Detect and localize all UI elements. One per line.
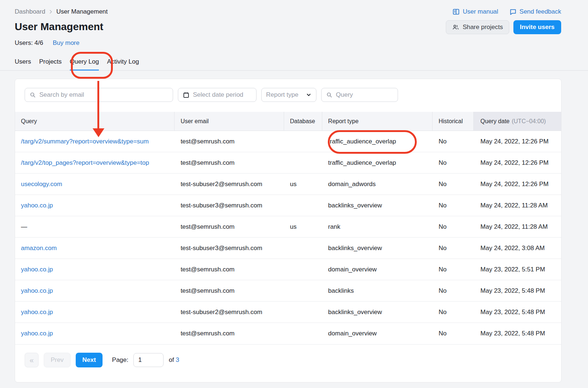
search-email-field[interactable] [39, 91, 168, 99]
users-count: Users: 4/6 [15, 39, 43, 47]
user-email-cell: test@semrush.com [180, 266, 234, 273]
report-type-cell: backlinks_overview [328, 245, 382, 252]
people-icon [452, 24, 459, 31]
cell-report-type-cell: backlinks_overview [322, 195, 433, 216]
query-date-cell: May 24, 2022, 3:08 AM [480, 245, 545, 252]
query-link[interactable]: yahoo.co.jp [21, 287, 53, 295]
cell-query-date-cell: May 24, 2022, 3:08 AM [474, 238, 561, 259]
query-date-cell: May 23, 2022, 5:48 PM [480, 309, 545, 316]
tab-projects[interactable]: Projects [39, 58, 61, 71]
search-query-field[interactable] [336, 91, 393, 99]
search-query-input[interactable] [321, 88, 398, 102]
user-email-cell: test-subuser3@semrush.com [180, 245, 262, 252]
cell-query-link: yahoo.co.jp [15, 195, 175, 216]
cell-user-email-cell: test@semrush.com [175, 280, 284, 301]
cell-query-date-cell: May 24, 2022, 11:28 AM [474, 216, 561, 237]
table-row: —test@semrush.comusrankNoMay 24, 2022, 1… [15, 216, 561, 238]
historical-cell: No [438, 223, 447, 231]
database-cell: us [290, 223, 297, 231]
prev-page-button[interactable]: Prev [44, 353, 71, 367]
cell-report-type-cell: backlinks_overview [322, 238, 433, 259]
breadcrumb-dashboard-link[interactable]: Dashboard [15, 8, 45, 15]
pagination: « Prev Next Page: of 3 [15, 344, 561, 375]
date-period-label: Select date period [193, 91, 243, 99]
query-link[interactable]: yahoo.co.jp [21, 202, 53, 209]
cell-report-type-cell: domain_adwords [322, 174, 433, 195]
cell-historical-cell: No [433, 323, 474, 344]
first-page-button[interactable]: « [25, 353, 39, 367]
query-link[interactable]: /targ/v2/summary?report=overview&type=su… [21, 138, 149, 145]
user-management-page: Dashboard User Management User manual Se… [0, 0, 588, 388]
search-email-input[interactable] [25, 88, 173, 102]
historical-cell: No [438, 159, 447, 167]
book-icon [452, 8, 460, 15]
cell-query-text: — [15, 216, 175, 237]
cell-query-date-cell: May 23, 2022, 5:48 PM [474, 302, 561, 323]
cell-database-cell [284, 259, 322, 280]
query-link[interactable]: yahoo.co.jp [21, 309, 53, 316]
cell-query-link: /targ/v2/summary?report=overview&type=su… [15, 131, 175, 152]
query-date-cell: May 24, 2022, 11:28 AM [480, 202, 548, 209]
user-email-cell: test-subuser2@semrush.com [180, 309, 262, 316]
cell-report-type-cell: backlinks_overview [322, 302, 433, 323]
cell-historical-cell: No [433, 131, 474, 152]
table-row: amazon.comtest-subuser3@semrush.combackl… [15, 238, 561, 259]
user-email-cell: test@semrush.com [180, 287, 234, 295]
table-row: yahoo.co.jptest@semrush.comdomain_overvi… [15, 323, 561, 344]
cell-user-email-cell: test-subuser3@semrush.com [175, 195, 284, 216]
cell-user-email-cell: test-subuser2@semrush.com [175, 302, 284, 323]
column-header-historical: Historical [433, 112, 474, 131]
cell-report-type-cell: backlinks [322, 280, 433, 301]
cell-query-link: yahoo.co.jp [15, 280, 175, 301]
historical-cell: No [438, 138, 447, 145]
share-projects-button[interactable]: Share projects [446, 20, 509, 34]
user-manual-label: User manual [463, 8, 498, 15]
date-period-picker[interactable]: Select date period [178, 88, 257, 102]
query-link[interactable]: usecology.com [21, 181, 62, 188]
next-page-button[interactable]: Next [76, 353, 103, 367]
cell-database-cell: us [284, 216, 322, 237]
query-link[interactable]: yahoo.co.jp [21, 330, 53, 337]
column-header-query-date: Query date(UTC−04:00) [474, 112, 561, 131]
historical-cell: No [438, 266, 447, 273]
cell-historical-cell: No [433, 238, 474, 259]
query-link[interactable]: amazon.com [21, 245, 57, 252]
tab-bar: Users Projects Query Log Activity Log [15, 58, 139, 71]
cell-user-email-cell: test-subuser2@semrush.com [175, 174, 284, 195]
cell-user-email-cell: test@semrush.com [175, 259, 284, 280]
user-manual-link[interactable]: User manual [452, 8, 498, 15]
cell-historical-cell: No [433, 216, 474, 237]
send-feedback-link[interactable]: Send feedback [509, 8, 561, 15]
search-icon [29, 92, 36, 98]
query-link[interactable]: /targ/v2/top_pages?report=overview&type=… [21, 159, 149, 167]
share-projects-label: Share projects [463, 24, 503, 31]
cell-query-link: yahoo.co.jp [15, 323, 175, 344]
column-header-database: Database [284, 112, 322, 131]
tab-activity-log[interactable]: Activity Log [107, 58, 139, 71]
table-row: yahoo.co.jptest@semrush.combacklinksNoMa… [15, 280, 561, 302]
cell-database-cell [284, 131, 322, 152]
send-feedback-label: Send feedback [520, 8, 561, 15]
report-type-dropdown[interactable]: Report type [261, 88, 316, 102]
cell-query-link: yahoo.co.jp [15, 302, 175, 323]
tab-users[interactable]: Users [15, 58, 31, 71]
table-row: yahoo.co.jptest-subuser3@semrush.comback… [15, 195, 561, 216]
database-cell: us [290, 181, 297, 188]
header-links: User manual Send feedback [452, 8, 561, 15]
tab-query-log[interactable]: Query Log [70, 58, 99, 71]
query-link[interactable]: yahoo.co.jp [21, 266, 53, 273]
cell-user-email-cell: test@semrush.com [175, 323, 284, 344]
report-type-cell: domain_adwords [328, 181, 376, 188]
invite-users-button[interactable]: Invite users [513, 20, 562, 34]
query-date-cell: May 23, 2022, 5:48 PM [480, 287, 545, 295]
buy-more-link[interactable]: Buy more [53, 39, 79, 47]
report-type-label: Report type [266, 91, 298, 99]
user-email-cell: test@semrush.com [180, 159, 234, 167]
page-number-input[interactable] [133, 353, 164, 367]
cell-query-date-cell: May 24, 2022, 12:26 PM [474, 152, 561, 173]
total-pages-link[interactable]: 3 [176, 356, 179, 363]
table-header: Query User email Database Report type Hi… [15, 112, 561, 131]
query-date-cell: May 24, 2022, 12:26 PM [480, 159, 548, 167]
cell-report-type-cell: domain_overview [322, 323, 433, 344]
query-date-cell: May 24, 2022, 12:26 PM [480, 181, 548, 188]
